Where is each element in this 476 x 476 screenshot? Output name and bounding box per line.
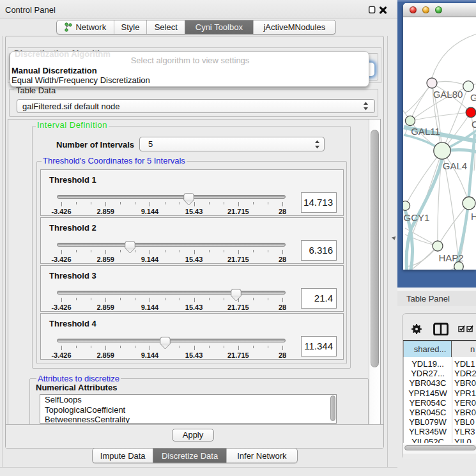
svg-text:GAL11: GAL11: [411, 126, 440, 137]
svg-text:CRZ1: CRZ1: [472, 119, 476, 130]
svg-text:GCY1: GCY1: [404, 212, 430, 223]
svg-text:GAL80: GAL80: [433, 89, 463, 100]
svg-text:HIS4: HIS4: [471, 211, 476, 222]
svg-text:GAL4: GAL4: [443, 160, 467, 171]
svg-text:GAL: GAL: [470, 92, 476, 103]
svg-text:HAP2: HAP2: [438, 252, 463, 263]
